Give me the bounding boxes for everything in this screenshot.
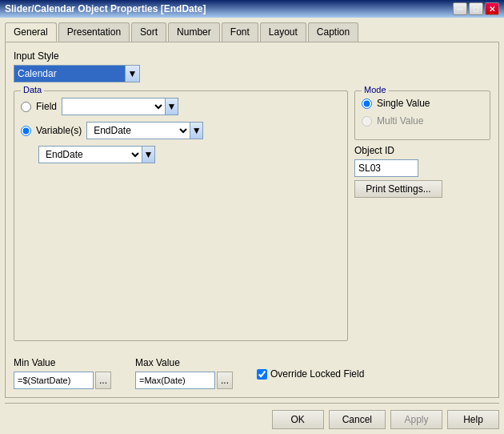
tab-sort[interactable]: Sort	[131, 22, 166, 42]
max-value-row: ...	[135, 372, 233, 389]
cancel-button[interactable]: Cancel	[329, 410, 386, 429]
variable-select-arrow[interactable]: ▼	[190, 122, 203, 139]
single-value-radio[interactable]	[362, 98, 372, 109]
field-radio[interactable]	[21, 102, 31, 112]
field-select-wrap: ▼	[62, 98, 178, 115]
multi-value-label: Multi Value	[377, 115, 423, 127]
input-style-value: Calendar	[18, 68, 57, 79]
tab-layout[interactable]: Layout	[260, 22, 306, 42]
variable-select-wrap: EndDate ▼	[86, 122, 203, 139]
window-title: Slider/Calendar Object Properties [EndDa…	[5, 3, 206, 14]
input-style-label: Input Style	[14, 50, 490, 62]
input-style-row: Calendar ▼	[14, 65, 490, 82]
max-value-label: Max Value	[135, 357, 233, 368]
tab-font[interactable]: Font	[222, 22, 258, 42]
dialog-body: General Presentation Sort Number Font La…	[0, 18, 504, 434]
object-id-input[interactable]	[354, 159, 418, 177]
field-radio-label[interactable]: Field	[36, 101, 57, 112]
field-select[interactable]	[62, 98, 166, 115]
min-value-label: Min Value	[14, 357, 111, 368]
multi-value-row: Multi Value	[362, 115, 483, 127]
bottom-section: Min Value ... Max Value ... Override	[14, 349, 490, 389]
tab-bar: General Presentation Sort Number Font La…	[5, 22, 499, 42]
print-settings-button[interactable]: Print Settings...	[354, 180, 442, 198]
variable-select[interactable]: EndDate	[86, 122, 190, 139]
min-value-group: Min Value ...	[14, 357, 111, 389]
help-button[interactable]: Help	[447, 410, 499, 429]
data-panel-label: Data	[21, 85, 44, 94]
tab-caption[interactable]: Caption	[308, 22, 358, 42]
input-style-dropdown-arrow[interactable]: ▼	[126, 65, 140, 82]
data-panel: Data Field ▼ Variable(s)	[14, 90, 348, 341]
mode-panel: Mode Single Value Multi Value	[354, 90, 490, 140]
minmax-section: Min Value ... Max Value ...	[14, 357, 233, 389]
min-value-browse-button[interactable]: ...	[95, 372, 111, 389]
single-value-row: Single Value	[362, 98, 483, 109]
close-button[interactable]: ✕	[485, 2, 499, 15]
override-checkbox[interactable]	[257, 369, 267, 380]
input-style-select[interactable]: Calendar	[14, 65, 126, 82]
variable-subvalue-select[interactable]: EndDate	[38, 146, 142, 163]
field-select-arrow[interactable]: ▼	[166, 98, 178, 115]
variable-radio-label[interactable]: Variable(s)	[36, 125, 82, 136]
field-radio-row: Field ▼	[21, 98, 341, 115]
tab-content-general: Input Style Calendar ▼ Data Field	[5, 42, 499, 398]
tab-presentation[interactable]: Presentation	[58, 22, 130, 42]
variable-radio-row: Variable(s) EndDate ▼	[21, 122, 341, 139]
variable-subvalue-wrap: EndDate ▼	[38, 146, 155, 163]
object-id-label: Object ID	[354, 145, 490, 156]
override-section: Override Locked Field	[257, 368, 364, 380]
variable-subvalue-row: EndDate ▼	[38, 146, 341, 163]
variable-subvalue-arrow[interactable]: ▼	[142, 146, 155, 163]
min-value-input[interactable]	[14, 372, 94, 389]
tab-number[interactable]: Number	[168, 22, 220, 42]
ok-button[interactable]: OK	[272, 410, 324, 429]
maximize-button[interactable]: □	[469, 2, 483, 15]
tab-general[interactable]: General	[5, 22, 57, 42]
multi-value-radio[interactable]	[362, 116, 372, 127]
mode-panel-label: Mode	[362, 85, 389, 94]
object-id-panel: Object ID Print Settings...	[354, 145, 490, 198]
title-bar: Slider/Calendar Object Properties [EndDa…	[0, 0, 504, 18]
single-value-label[interactable]: Single Value	[377, 98, 430, 109]
minimize-button[interactable]: ─	[453, 2, 467, 15]
panels-area: Data Field ▼ Variable(s)	[14, 90, 490, 341]
max-value-browse-button[interactable]: ...	[217, 372, 233, 389]
override-label[interactable]: Override Locked Field	[270, 368, 364, 380]
max-value-input[interactable]	[135, 372, 215, 389]
max-value-group: Max Value ...	[135, 357, 233, 389]
variable-radio[interactable]	[21, 126, 31, 136]
right-panels: Mode Single Value Multi Value Object ID …	[354, 90, 490, 341]
apply-button[interactable]: Apply	[390, 410, 442, 429]
bottom-buttons: OK Cancel Apply Help	[5, 403, 499, 429]
min-value-row: ...	[14, 372, 111, 389]
title-bar-controls: ─ □ ✕	[453, 2, 499, 15]
